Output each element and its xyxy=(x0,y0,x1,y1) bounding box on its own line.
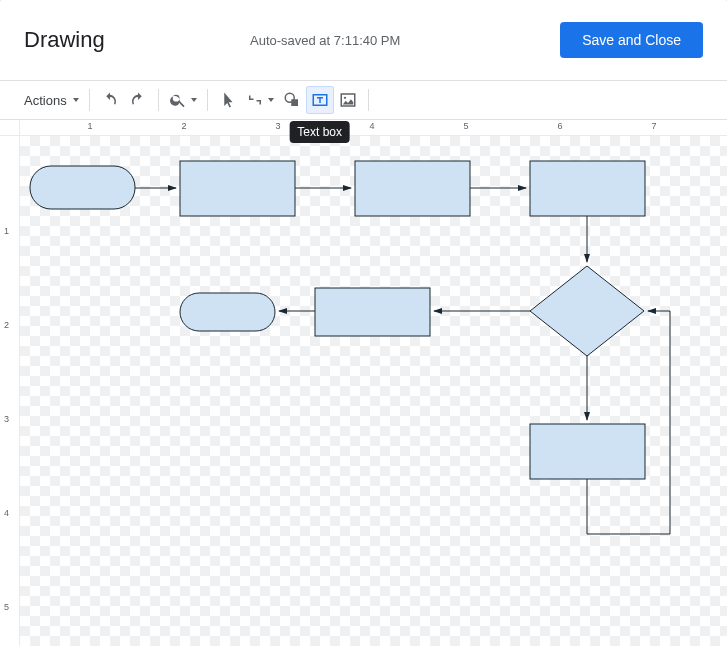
toolbar: Actions Text box xyxy=(0,81,727,119)
ruler-mark: 4 xyxy=(369,121,374,131)
canvas-area: 1 2 3 4 5 6 7 1 2 3 4 5 xyxy=(0,119,727,646)
svg-rect-1 xyxy=(291,99,298,106)
flowchart-terminator[interactable] xyxy=(30,166,135,209)
zoom-button[interactable] xyxy=(165,86,201,114)
autosave-status: Auto-saved at 7:11:40 PM xyxy=(250,33,400,48)
flowchart-process[interactable] xyxy=(315,288,430,336)
flowchart-process[interactable] xyxy=(530,161,645,216)
flowchart-svg xyxy=(20,136,727,646)
actions-menu-button[interactable]: Actions xyxy=(20,86,83,114)
image-tool-button[interactable] xyxy=(334,86,362,114)
toolbar-separator xyxy=(207,89,208,111)
zoom-icon xyxy=(169,91,187,109)
drawing-dialog: Drawing Auto-saved at 7:11:40 PM Save an… xyxy=(0,0,727,646)
ruler-mark: 3 xyxy=(4,414,9,424)
image-icon xyxy=(339,91,357,109)
toolbar-separator xyxy=(158,89,159,111)
flowchart-process[interactable] xyxy=(355,161,470,216)
caret-down-icon xyxy=(268,98,274,102)
textbox-icon xyxy=(311,91,329,109)
dialog-header: Drawing Auto-saved at 7:11:40 PM Save an… xyxy=(0,0,727,80)
textbox-tool-button[interactable]: Text box xyxy=(306,86,334,114)
ruler-mark: 7 xyxy=(651,121,656,131)
drawing-canvas[interactable] xyxy=(20,136,727,646)
line-icon xyxy=(246,91,264,109)
toolbar-separator xyxy=(89,89,90,111)
ruler-mark: 5 xyxy=(4,602,9,612)
caret-down-icon xyxy=(191,98,197,102)
select-tool-button[interactable] xyxy=(214,86,242,114)
ruler-corner xyxy=(0,120,20,136)
line-tool-button[interactable] xyxy=(242,86,278,114)
textbox-tooltip: Text box xyxy=(289,121,350,143)
flowchart-process[interactable] xyxy=(180,161,295,216)
dialog-title: Drawing xyxy=(24,27,105,53)
ruler-mark: 1 xyxy=(4,226,9,236)
ruler-mark: 4 xyxy=(4,508,9,518)
ruler-mark: 2 xyxy=(4,320,9,330)
flowchart-process[interactable] xyxy=(530,424,645,479)
undo-icon xyxy=(101,91,119,109)
ruler-mark: 2 xyxy=(181,121,186,131)
undo-button[interactable] xyxy=(96,86,124,114)
ruler-vertical[interactable]: 1 2 3 4 5 xyxy=(0,136,20,646)
shape-tool-button[interactable] xyxy=(278,86,306,114)
shape-icon xyxy=(283,91,301,109)
ruler-mark: 3 xyxy=(275,121,280,131)
redo-icon xyxy=(129,91,147,109)
cursor-icon xyxy=(219,91,237,109)
save-and-close-button[interactable]: Save and Close xyxy=(560,22,703,58)
flowchart-terminator[interactable] xyxy=(180,293,275,331)
caret-down-icon xyxy=(73,98,79,102)
actions-label: Actions xyxy=(24,93,69,108)
ruler-horizontal[interactable]: 1 2 3 4 5 6 7 xyxy=(20,120,727,136)
toolbar-separator xyxy=(368,89,369,111)
ruler-mark: 5 xyxy=(463,121,468,131)
ruler-mark: 6 xyxy=(557,121,562,131)
redo-button[interactable] xyxy=(124,86,152,114)
ruler-mark: 1 xyxy=(87,121,92,131)
flowchart-decision[interactable] xyxy=(530,266,644,356)
svg-point-4 xyxy=(344,97,346,99)
